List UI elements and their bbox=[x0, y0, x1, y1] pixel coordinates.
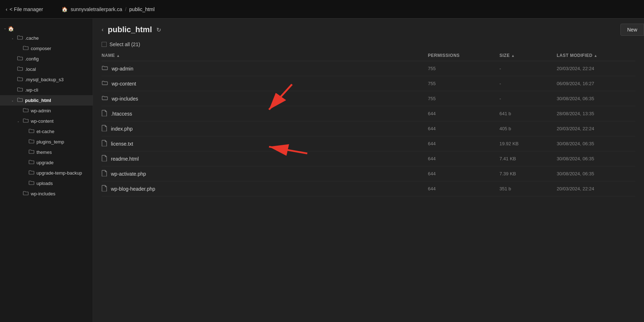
sidebar-item-wp_cli[interactable]: .wp-cli bbox=[0, 85, 93, 95]
file-name-text: .htaccess bbox=[111, 111, 132, 117]
file-permissions: 755 bbox=[428, 81, 499, 86]
file-size: 7.39 KB bbox=[499, 171, 557, 176]
file-name-text: readme.html bbox=[111, 156, 139, 162]
file-permissions: 644 bbox=[428, 156, 499, 161]
sidebar-item-label: uploads bbox=[36, 181, 53, 186]
table-row[interactable]: readme.html6447.41 KB30/08/2024, 06:35 bbox=[102, 151, 635, 166]
minus-icon: - bbox=[4, 26, 6, 31]
file-icon bbox=[102, 185, 107, 192]
folder-icon bbox=[17, 76, 23, 83]
file-size: 641 b bbox=[499, 111, 557, 116]
file-name-cell: wp-blog-header.php bbox=[102, 185, 428, 192]
folder-icon bbox=[29, 128, 34, 135]
file-name-cell: .htaccess bbox=[102, 110, 428, 117]
sidebar-item-label: .config bbox=[25, 56, 39, 62]
file-name-text: wp-admin bbox=[112, 66, 133, 72]
folder-icon bbox=[23, 45, 29, 52]
file-modified: 06/09/2024, 16:27 bbox=[557, 81, 635, 86]
file-size: 351 b bbox=[499, 186, 557, 191]
folder-icon bbox=[23, 190, 29, 197]
sidebar-item-wp_content[interactable]: - wp-content bbox=[0, 116, 93, 126]
file-modified: 20/03/2024, 22:24 bbox=[557, 126, 635, 131]
file-name-text: wp-content bbox=[112, 81, 136, 87]
topbar-back-button[interactable]: ‹ < File manager bbox=[6, 6, 43, 12]
folder-icon bbox=[102, 80, 108, 87]
file-table: NAME ▲ PERMISSIONS SIZE ▲ LAST MODIFIED … bbox=[93, 51, 644, 322]
file-name-cell: readme.html bbox=[102, 155, 428, 162]
file-size: 19.92 KB bbox=[499, 141, 557, 146]
file-permissions: 644 bbox=[428, 141, 499, 146]
content-refresh-button[interactable]: ↻ bbox=[156, 26, 161, 33]
file-icon bbox=[102, 170, 107, 177]
refresh-icon: ↻ bbox=[156, 26, 161, 33]
folder-icon bbox=[29, 180, 34, 187]
sidebar-item-local[interactable]: .local bbox=[0, 64, 93, 74]
table-row[interactable]: index.php644405 b20/03/2024, 22:24 bbox=[102, 121, 635, 136]
file-modified: 30/08/2024, 06:35 bbox=[557, 141, 635, 146]
folder-icon bbox=[29, 149, 34, 156]
toggle-icon: - bbox=[10, 98, 15, 103]
table-row[interactable]: license.txt64419.92 KB30/08/2024, 06:35 bbox=[102, 136, 635, 151]
select-all-checkbox[interactable] bbox=[102, 42, 107, 47]
sidebar-item-public_html[interactable]: - public_html bbox=[0, 95, 93, 106]
sidebar-item-label: wp-admin bbox=[31, 108, 51, 113]
sidebar-item-wp_includes[interactable]: wp-includes bbox=[0, 189, 93, 199]
content-back-button[interactable]: ‹ bbox=[102, 26, 103, 33]
file-size: - bbox=[499, 81, 557, 86]
file-size: - bbox=[499, 66, 557, 71]
table-row[interactable]: wp-content755-06/09/2024, 16:27 bbox=[102, 76, 635, 91]
sidebar-item-uploads[interactable]: uploads bbox=[0, 178, 93, 189]
file-name-text: license.txt bbox=[111, 141, 133, 147]
file-icon bbox=[102, 125, 107, 132]
select-all-label[interactable]: Select all (21) bbox=[109, 42, 140, 47]
select-all-row: Select all (21) bbox=[93, 39, 644, 51]
new-button[interactable]: New bbox=[620, 24, 644, 36]
sidebar-item-upgrade[interactable]: upgrade bbox=[0, 157, 93, 168]
sidebar-item-mysql_backup_s3[interactable]: .mysql_backup_s3 bbox=[0, 74, 93, 85]
sidebar-item-label: wp-includes bbox=[31, 191, 55, 196]
sidebar-item-config[interactable]: .config bbox=[0, 54, 93, 64]
sidebar-item-label: .local bbox=[25, 67, 36, 72]
name-sort-icon: ▲ bbox=[116, 54, 120, 58]
toggle-icon: - bbox=[10, 36, 15, 40]
sidebar-item-composer[interactable]: composer bbox=[0, 43, 93, 54]
sidebar-item-label: .cache bbox=[25, 35, 39, 41]
table-row[interactable]: wp-blog-header.php644351 b20/03/2024, 22… bbox=[102, 181, 635, 196]
col-size-header[interactable]: SIZE ▲ bbox=[499, 53, 557, 58]
size-sort-icon: ▲ bbox=[511, 54, 515, 58]
file-permissions: 644 bbox=[428, 111, 499, 116]
sidebar-item-label: et-cache bbox=[36, 129, 54, 134]
sidebar-item-cache[interactable]: - .cache bbox=[0, 33, 93, 43]
col-modified-header[interactable]: LAST MODIFIED ▲ bbox=[557, 53, 635, 58]
name-col-label: NAME bbox=[102, 53, 115, 58]
file-name-text: index.php bbox=[111, 126, 133, 132]
file-name-text: wp-blog-header.php bbox=[111, 186, 155, 192]
sidebar-item-wp_admin[interactable]: wp-admin bbox=[0, 106, 93, 116]
permissions-col-label: PERMISSIONS bbox=[428, 53, 460, 58]
back-chevron-icon: ‹ bbox=[6, 6, 8, 12]
table-row[interactable]: .htaccess644641 b28/08/2024, 13:35 bbox=[102, 106, 635, 121]
sidebar-item-label: .mysql_backup_s3 bbox=[25, 77, 64, 82]
col-name-header[interactable]: NAME ▲ bbox=[102, 53, 428, 58]
sidebar-item-upgrade_temp_backup[interactable]: upgrade-temp-backup bbox=[0, 168, 93, 178]
sidebar-item-et_cache[interactable]: et-cache bbox=[0, 126, 93, 137]
folder-icon bbox=[23, 107, 29, 114]
sidebar-item-themes[interactable]: themes bbox=[0, 147, 93, 157]
file-name-cell: wp-content bbox=[102, 80, 428, 87]
table-row[interactable]: wp-admin755-20/03/2024, 22:24 bbox=[102, 61, 635, 76]
sidebar-tree: - .cache composer .config .local .mysql_… bbox=[0, 33, 93, 199]
sidebar-item-label: upgrade-temp-backup bbox=[36, 170, 82, 176]
folder-icon bbox=[102, 95, 108, 102]
sidebar: - 🏠 - .cache composer .config .local .my… bbox=[0, 19, 93, 322]
breadcrumb-host[interactable]: sunnyvaletrailerpark.ca bbox=[70, 6, 122, 12]
file-name-cell: wp-includes bbox=[102, 95, 428, 102]
sidebar-item-plugins_temp[interactable]: plugins_temp bbox=[0, 137, 93, 147]
table-row[interactable]: wp-activate.php6447.39 KB30/08/2024, 06:… bbox=[102, 166, 635, 181]
file-size: 405 b bbox=[499, 126, 557, 131]
file-modified: 30/08/2024, 06:35 bbox=[557, 171, 635, 176]
sidebar-item-label: wp-content bbox=[31, 118, 54, 124]
file-modified: 20/03/2024, 22:24 bbox=[557, 186, 635, 191]
file-permissions: 644 bbox=[428, 171, 499, 176]
home-icon: 🏠 bbox=[62, 6, 68, 12]
table-row[interactable]: wp-includes755-30/08/2024, 06:35 bbox=[102, 91, 635, 106]
